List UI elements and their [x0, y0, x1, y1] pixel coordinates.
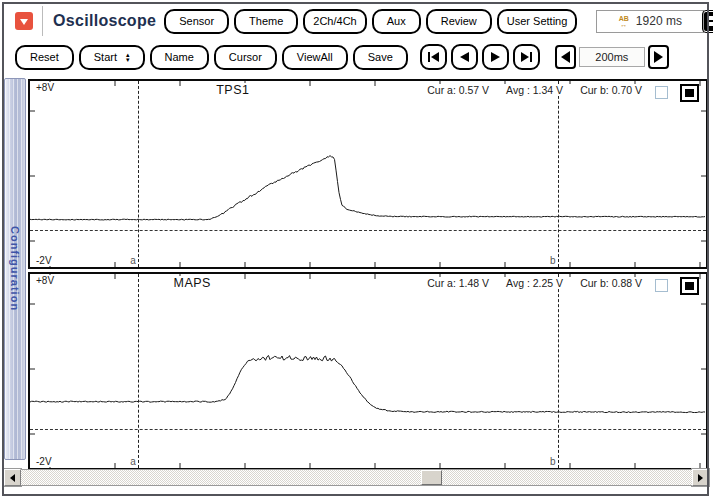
- down-triangle-icon: [20, 19, 28, 25]
- control-toolbar: Reset Start ▴ ▾ Name Cursor ViewAll Save: [4, 39, 709, 75]
- scrollbar-thumb[interactable]: [421, 470, 442, 485]
- start-button-label: Start: [94, 51, 117, 63]
- step-back-icon: [459, 52, 470, 62]
- voltage-min-label: -2V: [35, 456, 53, 467]
- aux-button[interactable]: Aux: [372, 9, 421, 34]
- channel-color-button[interactable]: [680, 277, 699, 295]
- sensor-button[interactable]: Sensor: [164, 9, 229, 34]
- channel-color-swatch: [685, 89, 694, 97]
- cursor-a-line[interactable]: [138, 81, 139, 267]
- scrollbar-track[interactable]: [21, 469, 692, 486]
- main-area: Configuration +8V -2V TPS1 Cur a: 0.57 V…: [4, 78, 709, 470]
- menu-bar: [708, 22, 713, 26]
- divider: [42, 6, 43, 36]
- scroll-left-button[interactable]: [4, 469, 21, 486]
- waveform-panel-tps1: +8V -2V TPS1 Cur a: 0.57 V Avg : 1.34 V …: [28, 79, 708, 269]
- cursor-b-readout: Cur b: 0.88 V: [580, 277, 642, 289]
- cursor-a-tag: a: [129, 457, 137, 467]
- timebase-control: 200ms: [555, 45, 669, 69]
- timebase-decrease-button[interactable]: [555, 45, 576, 69]
- voltage-min-label: -2V: [35, 255, 53, 266]
- timebase-display: 200ms: [579, 47, 645, 67]
- app-title: Oscilloscope: [53, 12, 156, 30]
- step-forward-icon: [490, 52, 501, 62]
- top-toolbar: Oscilloscope Sensor Theme 2Ch/4Ch Aux Re…: [4, 4, 709, 38]
- voltage-max-label: +8V: [35, 82, 55, 93]
- waveform-plot: [30, 81, 706, 267]
- horizontal-scrollbar: [4, 469, 709, 487]
- avg-readout: Avg : 2.25 V: [506, 277, 563, 289]
- measurement-readouts: Cur a: 1.48 V Avg : 2.25 V Cur b: 0.88 V: [427, 277, 642, 289]
- waveform-plot: [30, 274, 706, 468]
- cursor-a-readout: Cur a: 1.48 V: [427, 277, 489, 289]
- skip-end-button[interactable]: [513, 44, 540, 70]
- right-arrow-icon: [654, 51, 663, 63]
- zero-volt-line: [30, 230, 706, 231]
- scroll-right-button[interactable]: [692, 469, 709, 486]
- save-button[interactable]: Save: [353, 45, 408, 70]
- playback-controls: [420, 44, 540, 70]
- right-arrow-icon: [698, 474, 703, 482]
- left-arrow-icon: [10, 474, 15, 482]
- avg-readout: Avg : 1.34 V: [506, 84, 563, 96]
- voltage-max-label: +8V: [35, 275, 55, 286]
- cursor-b-tag: b: [549, 256, 557, 266]
- channel-color-swatch: [685, 282, 694, 290]
- cursor-button[interactable]: Cursor: [214, 45, 277, 70]
- cursor-a-line[interactable]: [138, 274, 139, 468]
- skip-start-icon: [427, 52, 440, 62]
- dropdown-icon[interactable]: [15, 12, 33, 30]
- theme-button[interactable]: Theme: [234, 9, 298, 34]
- start-spinner-icon[interactable]: ▴ ▾: [126, 52, 130, 62]
- time-measure-display: AB ↔ 1920 ms: [596, 10, 704, 33]
- left-arrow-icon: [561, 51, 570, 63]
- channel-title: TPS1: [213, 83, 252, 97]
- cursor-b-line[interactable]: [558, 274, 559, 468]
- channel-title: MAPS: [171, 276, 214, 290]
- skip-start-button[interactable]: [420, 44, 447, 70]
- waveform-panel-maps: +8V -2V MAPS Cur a: 1.48 V Avg : 2.25 V …: [28, 272, 708, 470]
- time-measure-value: 1920 ms: [636, 14, 682, 28]
- configuration-tab-label: Configuration: [9, 226, 21, 311]
- skip-end-icon: [520, 52, 533, 62]
- step-back-button[interactable]: [451, 44, 478, 70]
- zero-volt-line: [30, 429, 706, 430]
- cursor-b-line[interactable]: [558, 81, 559, 267]
- user-setting-button[interactable]: User Setting: [497, 9, 578, 34]
- timebase-increase-button[interactable]: [648, 45, 669, 69]
- channel-mode-button[interactable]: 2Ch/4Ch: [303, 9, 366, 34]
- cursor-a-tag: a: [129, 256, 137, 266]
- menu-bar: [708, 16, 713, 20]
- cursor-b-tag: b: [549, 457, 557, 467]
- start-button[interactable]: Start ▴ ▾: [79, 45, 145, 70]
- review-button[interactable]: Review: [426, 9, 492, 34]
- ab-measure-icon: AB ↔: [619, 16, 629, 27]
- waveform-panels: +8V -2V TPS1 Cur a: 0.57 V Avg : 1.34 V …: [26, 78, 710, 470]
- reset-button[interactable]: Reset: [15, 45, 74, 70]
- cursor-b-readout: Cur b: 0.70 V: [580, 84, 642, 96]
- oscilloscope-app: Oscilloscope Sensor Theme 2Ch/4Ch Aux Re…: [0, 0, 713, 502]
- step-forward-button[interactable]: [482, 44, 509, 70]
- name-button[interactable]: Name: [150, 45, 209, 70]
- viewall-button[interactable]: ViewAll: [282, 45, 348, 70]
- menu-icon[interactable]: [704, 12, 713, 31]
- channel-checkbox[interactable]: [655, 86, 668, 99]
- channel-color-button[interactable]: [680, 84, 699, 102]
- channel-checkbox[interactable]: [655, 279, 668, 292]
- configuration-tab[interactable]: Configuration: [4, 78, 26, 460]
- measurement-readouts: Cur a: 0.57 V Avg : 1.34 V Cur b: 0.70 V: [427, 84, 642, 96]
- cursor-a-readout: Cur a: 0.57 V: [427, 84, 489, 96]
